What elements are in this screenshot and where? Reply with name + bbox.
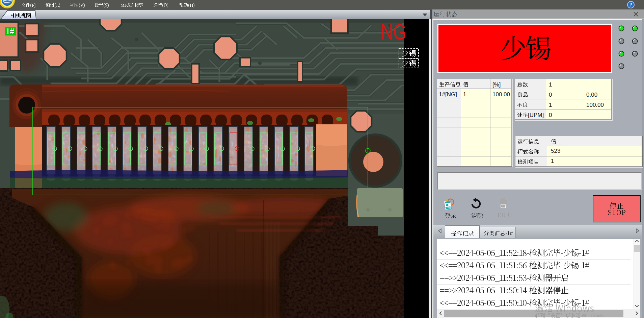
svg-text:?: ? xyxy=(629,2,632,7)
